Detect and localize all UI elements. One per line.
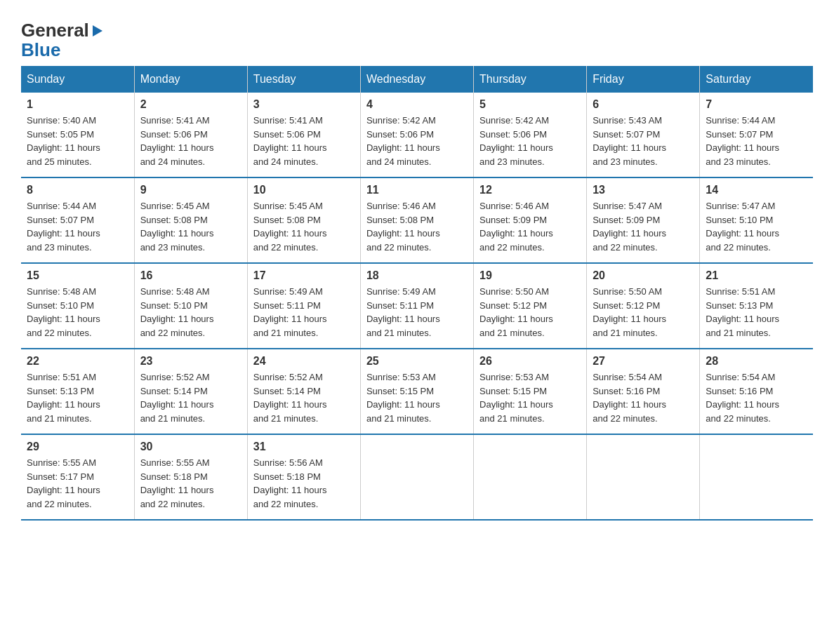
day-cell: 14 Sunrise: 5:47 AM Sunset: 5:10 PM Dayl… — [700, 177, 813, 263]
day-info: Sunrise: 5:54 AM Sunset: 5:16 PM Dayligh… — [706, 370, 807, 425]
day-info: Sunrise: 5:52 AM Sunset: 5:14 PM Dayligh… — [253, 370, 355, 425]
day-number: 24 — [253, 355, 355, 368]
weekday-header-sunday: Sunday — [21, 66, 134, 93]
logo-general-text: General — [21, 21, 89, 39]
day-number: 27 — [593, 355, 694, 368]
day-cell: 25 Sunrise: 5:53 AM Sunset: 5:15 PM Dayl… — [360, 349, 473, 434]
day-cell: 21 Sunrise: 5:51 AM Sunset: 5:13 PM Dayl… — [700, 263, 813, 349]
day-number: 17 — [253, 269, 355, 282]
day-cell: 10 Sunrise: 5:45 AM Sunset: 5:08 PM Dayl… — [247, 177, 360, 263]
day-cell: 1 Sunrise: 5:40 AM Sunset: 5:05 PM Dayli… — [21, 93, 134, 177]
weekday-header-friday: Friday — [587, 66, 700, 93]
day-info: Sunrise: 5:48 AM Sunset: 5:10 PM Dayligh… — [27, 285, 128, 340]
week-row-1: 1 Sunrise: 5:40 AM Sunset: 5:05 PM Dayli… — [21, 93, 813, 177]
day-info: Sunrise: 5:44 AM Sunset: 5:07 PM Dayligh… — [706, 114, 807, 168]
day-number: 28 — [706, 355, 807, 368]
day-number: 1 — [27, 98, 128, 111]
day-cell: 29 Sunrise: 5:55 AM Sunset: 5:17 PM Dayl… — [21, 434, 134, 520]
day-cell: 18 Sunrise: 5:49 AM Sunset: 5:11 PM Dayl… — [360, 263, 473, 349]
day-number: 26 — [479, 355, 581, 368]
day-info: Sunrise: 5:41 AM Sunset: 5:06 PM Dayligh… — [140, 114, 241, 168]
day-cell: 6 Sunrise: 5:43 AM Sunset: 5:07 PM Dayli… — [587, 93, 700, 177]
day-number: 20 — [593, 269, 694, 282]
logo-triangle-icon — [93, 25, 102, 36]
day-cell: 27 Sunrise: 5:54 AM Sunset: 5:16 PM Dayl… — [587, 349, 700, 434]
day-number: 6 — [593, 98, 694, 111]
day-info: Sunrise: 5:41 AM Sunset: 5:06 PM Dayligh… — [253, 114, 355, 168]
day-cell: 23 Sunrise: 5:52 AM Sunset: 5:14 PM Dayl… — [134, 349, 247, 434]
day-info: Sunrise: 5:52 AM Sunset: 5:14 PM Dayligh… — [140, 370, 241, 425]
day-cell: 17 Sunrise: 5:49 AM Sunset: 5:11 PM Dayl… — [247, 263, 360, 349]
day-info: Sunrise: 5:55 AM Sunset: 5:18 PM Dayligh… — [140, 456, 241, 511]
header: General Blue — [21, 14, 813, 59]
week-row-5: 29 Sunrise: 5:55 AM Sunset: 5:17 PM Dayl… — [21, 434, 813, 520]
week-row-4: 22 Sunrise: 5:51 AM Sunset: 5:13 PM Dayl… — [21, 349, 813, 434]
day-info: Sunrise: 5:40 AM Sunset: 5:05 PM Dayligh… — [27, 114, 128, 168]
day-info: Sunrise: 5:50 AM Sunset: 5:12 PM Dayligh… — [479, 285, 581, 340]
day-info: Sunrise: 5:49 AM Sunset: 5:11 PM Dayligh… — [253, 285, 355, 340]
day-number: 4 — [366, 98, 468, 111]
day-cell: 2 Sunrise: 5:41 AM Sunset: 5:06 PM Dayli… — [134, 93, 247, 177]
day-info: Sunrise: 5:47 AM Sunset: 5:10 PM Dayligh… — [706, 199, 807, 254]
weekday-header-thursday: Thursday — [474, 66, 587, 93]
day-number: 31 — [253, 441, 355, 453]
day-info: Sunrise: 5:56 AM Sunset: 5:18 PM Dayligh… — [253, 456, 355, 511]
day-number: 22 — [27, 355, 128, 368]
day-info: Sunrise: 5:54 AM Sunset: 5:16 PM Dayligh… — [593, 370, 694, 425]
day-number: 7 — [706, 98, 807, 111]
day-cell: 8 Sunrise: 5:44 AM Sunset: 5:07 PM Dayli… — [21, 177, 134, 263]
day-info: Sunrise: 5:55 AM Sunset: 5:17 PM Dayligh… — [27, 456, 128, 511]
day-cell — [700, 434, 813, 520]
logo-blue-text: Blue — [21, 41, 60, 59]
day-cell: 20 Sunrise: 5:50 AM Sunset: 5:12 PM Dayl… — [587, 263, 700, 349]
day-info: Sunrise: 5:46 AM Sunset: 5:09 PM Dayligh… — [479, 199, 581, 254]
day-cell: 19 Sunrise: 5:50 AM Sunset: 5:12 PM Dayl… — [474, 263, 587, 349]
day-cell — [474, 434, 587, 520]
day-number: 15 — [27, 269, 128, 282]
day-info: Sunrise: 5:42 AM Sunset: 5:06 PM Dayligh… — [366, 114, 468, 168]
day-number: 23 — [140, 355, 241, 368]
day-cell: 26 Sunrise: 5:53 AM Sunset: 5:15 PM Dayl… — [474, 349, 587, 434]
day-info: Sunrise: 5:50 AM Sunset: 5:12 PM Dayligh… — [593, 285, 694, 340]
day-cell: 15 Sunrise: 5:48 AM Sunset: 5:10 PM Dayl… — [21, 263, 134, 349]
calendar-table: SundayMondayTuesdayWednesdayThursdayFrid… — [21, 66, 813, 521]
day-info: Sunrise: 5:44 AM Sunset: 5:07 PM Dayligh… — [27, 199, 128, 254]
day-cell: 9 Sunrise: 5:45 AM Sunset: 5:08 PM Dayli… — [134, 177, 247, 263]
day-info: Sunrise: 5:43 AM Sunset: 5:07 PM Dayligh… — [593, 114, 694, 168]
day-cell: 5 Sunrise: 5:42 AM Sunset: 5:06 PM Dayli… — [474, 93, 587, 177]
day-cell: 22 Sunrise: 5:51 AM Sunset: 5:13 PM Dayl… — [21, 349, 134, 434]
day-cell: 11 Sunrise: 5:46 AM Sunset: 5:08 PM Dayl… — [360, 177, 473, 263]
day-info: Sunrise: 5:53 AM Sunset: 5:15 PM Dayligh… — [479, 370, 581, 425]
day-number: 3 — [253, 98, 355, 111]
day-cell: 24 Sunrise: 5:52 AM Sunset: 5:14 PM Dayl… — [247, 349, 360, 434]
weekday-header-tuesday: Tuesday — [247, 66, 360, 93]
weekday-header-wednesday: Wednesday — [360, 66, 473, 93]
day-info: Sunrise: 5:48 AM Sunset: 5:10 PM Dayligh… — [140, 285, 241, 340]
week-row-3: 15 Sunrise: 5:48 AM Sunset: 5:10 PM Dayl… — [21, 263, 813, 349]
week-row-2: 8 Sunrise: 5:44 AM Sunset: 5:07 PM Dayli… — [21, 177, 813, 263]
day-number: 18 — [366, 269, 468, 282]
day-cell: 12 Sunrise: 5:46 AM Sunset: 5:09 PM Dayl… — [474, 177, 587, 263]
day-number: 12 — [479, 184, 581, 196]
day-cell — [587, 434, 700, 520]
day-info: Sunrise: 5:45 AM Sunset: 5:08 PM Dayligh… — [140, 199, 241, 254]
day-cell: 28 Sunrise: 5:54 AM Sunset: 5:16 PM Dayl… — [700, 349, 813, 434]
day-cell: 7 Sunrise: 5:44 AM Sunset: 5:07 PM Dayli… — [700, 93, 813, 177]
day-number: 29 — [27, 441, 128, 453]
day-info: Sunrise: 5:51 AM Sunset: 5:13 PM Dayligh… — [27, 370, 128, 425]
day-cell: 31 Sunrise: 5:56 AM Sunset: 5:18 PM Dayl… — [247, 434, 360, 520]
day-number: 11 — [366, 184, 468, 196]
day-number: 16 — [140, 269, 241, 282]
day-cell: 13 Sunrise: 5:47 AM Sunset: 5:09 PM Dayl… — [587, 177, 700, 263]
day-number: 10 — [253, 184, 355, 196]
day-info: Sunrise: 5:46 AM Sunset: 5:08 PM Dayligh… — [366, 199, 468, 254]
day-info: Sunrise: 5:49 AM Sunset: 5:11 PM Dayligh… — [366, 285, 468, 340]
day-info: Sunrise: 5:42 AM Sunset: 5:06 PM Dayligh… — [479, 114, 581, 168]
day-cell: 4 Sunrise: 5:42 AM Sunset: 5:06 PM Dayli… — [360, 93, 473, 177]
day-number: 14 — [706, 184, 807, 196]
day-cell: 16 Sunrise: 5:48 AM Sunset: 5:10 PM Dayl… — [134, 263, 247, 349]
day-cell: 30 Sunrise: 5:55 AM Sunset: 5:18 PM Dayl… — [134, 434, 247, 520]
day-info: Sunrise: 5:51 AM Sunset: 5:13 PM Dayligh… — [706, 285, 807, 340]
day-number: 30 — [140, 441, 241, 453]
day-number: 13 — [593, 184, 694, 196]
